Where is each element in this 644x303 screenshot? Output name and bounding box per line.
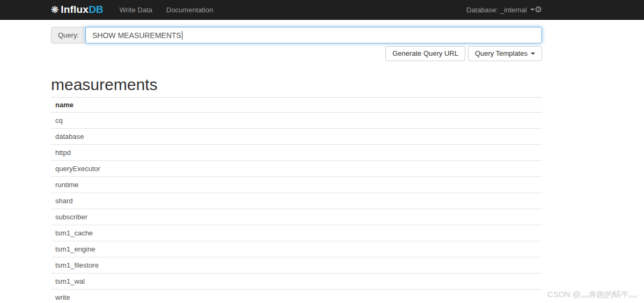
text-cursor (182, 31, 182, 40)
column-header-name: name (51, 98, 542, 113)
measurement-name: subscriber (51, 209, 542, 225)
table-row[interactable]: cq (51, 113, 542, 129)
query-input-value: SHOW MEASUREMENTS (92, 31, 181, 40)
measurement-name: tsm1_filestore (51, 257, 542, 274)
measurement-name: tsm1_engine (51, 241, 542, 257)
query-templates-label: Query Templates (475, 49, 528, 58)
chevron-down-icon (531, 53, 535, 55)
query-input[interactable]: SHOW MEASUREMENTS (85, 27, 542, 43)
table-row[interactable]: database (51, 129, 542, 145)
navbar-right: Database: _internal ⚙ (466, 0, 542, 20)
table-row[interactable]: subscriber (51, 209, 542, 225)
nav-item-documentation[interactable]: Documentation (166, 6, 213, 14)
table-row[interactable]: runtime (51, 177, 542, 193)
top-navbar: ❋ InfluxDB Write Data Documentation Data… (0, 0, 644, 20)
table-header-row: name (51, 98, 542, 113)
table-row[interactable]: tsm1_cache (51, 225, 542, 241)
navbar-container: ❋ InfluxDB Write Data Documentation Data… (51, 0, 542, 19)
table-row[interactable]: tsm1_wal (51, 274, 542, 290)
brand-text-influx: Influx (61, 4, 89, 16)
measurement-name: queryExecutor (51, 161, 542, 177)
database-dropdown[interactable]: Database: _internal (466, 6, 535, 14)
measurement-name: write (51, 290, 542, 303)
measurement-name: tsm1_wal (51, 274, 542, 290)
table-row[interactable]: queryExecutor (51, 161, 542, 177)
chevron-down-icon (530, 9, 535, 11)
influxdb-logo-icon: ❋ (51, 5, 58, 14)
measurement-name: httpd (51, 145, 542, 161)
measurement-name: runtime (51, 177, 542, 193)
nav-item-write-data[interactable]: Write Data (120, 6, 152, 14)
query-label: Query: (51, 27, 86, 43)
database-dropdown-label: Database: _internal (466, 6, 527, 14)
influxdb-brand-link[interactable]: ❋ InfluxDB (51, 4, 104, 16)
measurements-table: name cq database httpd queryExecutor run… (51, 98, 542, 303)
table-row[interactable]: tsm1_filestore (51, 257, 542, 274)
navbar-left: ❋ InfluxDB Write Data Documentation (51, 0, 213, 20)
measurement-name: cq (51, 113, 542, 129)
query-templates-button[interactable]: Query Templates (468, 46, 542, 61)
measurement-name: database (51, 129, 542, 145)
query-actions: Generate Query URL Query Templates (51, 46, 542, 61)
table-row[interactable]: shard (51, 193, 542, 209)
query-input-group: Query: SHOW MEASUREMENTS (51, 27, 542, 43)
table-row[interactable]: tsm1_engine (51, 241, 542, 257)
measurement-name: tsm1_cache (51, 225, 542, 241)
measurement-name: shard (51, 193, 542, 209)
settings-gear-icon[interactable]: ⚙ (535, 5, 542, 14)
table-row[interactable]: write (51, 290, 542, 303)
generate-query-url-button[interactable]: Generate Query URL (385, 46, 465, 61)
main-content: Query: SHOW MEASUREMENTS Generate Query … (51, 27, 542, 303)
watermark: CSDN @灬奔跑的蜗牛灬 (547, 290, 637, 300)
table-row[interactable]: httpd (51, 145, 542, 161)
brand-text-db: DB (89, 4, 103, 16)
page-title: measurements (51, 75, 542, 98)
